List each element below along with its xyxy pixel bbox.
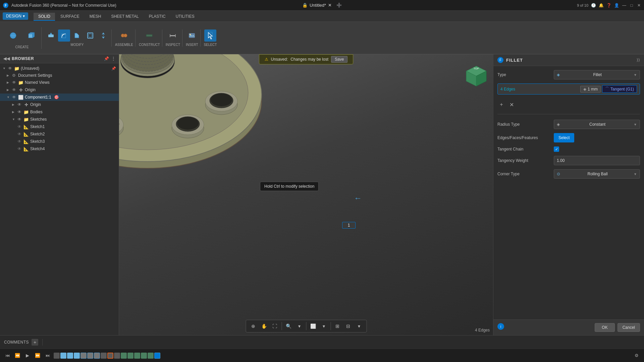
tree-item-sketch2[interactable]: 👁 📐 Sketch2 [0,130,119,138]
timeline-play-button[interactable]: ▶ [23,352,32,360]
modify-fillet[interactable] [58,29,70,42]
close-tab-icon[interactable]: ✕ [328,3,332,8]
timeline-marker-14[interactable] [141,353,147,359]
timeline-marker-13[interactable] [134,353,140,359]
inspect-measure[interactable] [167,29,179,42]
eye-icon-root[interactable]: 👁 [8,66,13,71]
tree-item-named-views[interactable]: ▶ 👁 📁 Named Views [0,79,119,86]
create-sphere-tool[interactable] [5,27,21,44]
timeline-marker-7[interactable] [94,353,100,359]
timeline-marker-9[interactable] [107,353,113,359]
assemble-label[interactable]: ASSEMBLE [115,43,133,47]
eye-icon-doc-settings[interactable]: ⚙ [12,73,17,78]
design-dropdown[interactable]: DESIGN ▾ [3,12,28,20]
save-button[interactable]: Save [331,56,347,63]
timeline-marker-5[interactable] [80,353,87,359]
help-icon[interactable]: ❓ [606,3,611,8]
timeline-marker-15[interactable] [148,353,154,359]
construct-label[interactable]: CONSTRUCT [139,43,160,47]
tree-item-origin-2[interactable]: ▶ 👁 ✛ Origin [0,101,119,108]
eye-icon-origin-top[interactable]: 👁 [12,87,17,92]
timeline-marker-3[interactable] [67,353,73,359]
modify-chamfer[interactable] [71,29,83,42]
nav-cube[interactable]: TOP [463,64,490,91]
pan-tool[interactable]: ✋ [259,321,269,331]
tab-plastic[interactable]: PLASTIC [144,13,170,21]
timeline-last-button[interactable]: ⏭ [44,352,52,360]
display-dropdown[interactable]: ▾ [319,321,328,331]
minimize-button[interactable]: — [622,3,627,8]
add-edge-button[interactable]: + [497,101,505,109]
timeline-prev-button[interactable]: ⏪ [13,352,21,360]
inspect-label[interactable]: INSPECT [166,43,180,47]
timeline-settings-button[interactable]: ⚙ [633,352,641,360]
info-button[interactable]: i [497,323,504,330]
tree-item-sketch4[interactable]: 👁 📐 Sketch4 [0,145,119,153]
view-dropdown[interactable]: ▾ [354,321,364,331]
eye-icon-sketches[interactable]: 👁 [17,117,22,122]
component-target-icon[interactable]: 🎯 [54,95,59,100]
timeline-marker-8[interactable] [101,353,107,359]
tree-item-component[interactable]: ▼ 👁 ⬜ Component1:1 🎯 [0,94,119,101]
fillet-expand-button[interactable]: ⟩⟩ [637,58,640,62]
timeline-first-button[interactable]: ⏮ [3,352,11,360]
timeline-next-button[interactable]: ⏩ [34,352,42,360]
browser-pin[interactable]: 📌 [104,56,109,61]
eye-icon-sketch4[interactable]: 👁 [17,146,22,151]
eye-icon-sketch2[interactable]: 👁 [17,132,22,136]
timeline-marker-12[interactable] [127,353,133,359]
tree-item-sketch1[interactable]: 👁 📐 Sketch1 [0,123,119,130]
insert-image[interactable] [186,29,198,42]
timeline-marker-6[interactable] [87,353,93,359]
eye-icon-component[interactable]: 👁 [12,95,17,100]
tab-solid[interactable]: SOLID [34,13,55,21]
component-pin[interactable]: 📌 [111,66,116,71]
back-nav[interactable]: ◀◀ [3,56,10,61]
select-tool[interactable] [204,29,216,42]
new-tab-icon[interactable]: ➕ [336,3,342,8]
eye-icon-sketch1[interactable]: 👁 [17,124,22,129]
create-label[interactable]: CREATE [15,45,29,49]
modify-move[interactable] [97,29,109,42]
remove-edge-button[interactable]: ✕ [507,101,516,109]
edges-row[interactable]: 4 Edges ◈ 1 mm ⌒ Tangent (G1) [497,83,640,95]
timeline-marker-16[interactable] [154,353,160,359]
clock-icon[interactable]: 🕐 [591,3,596,8]
timeline-marker-1[interactable] [54,353,60,359]
create-box-tool[interactable] [22,27,39,44]
modify-shell[interactable] [84,29,96,42]
timeline-marker-11[interactable] [121,353,127,359]
tab-sheet-metal[interactable]: SHEET METAL [106,13,143,21]
ok-button[interactable]: OK [595,323,614,332]
tree-item-sketches[interactable]: ▼ 👁 📁 Sketches [0,116,119,123]
viewport[interactable]: ⚠ Unsaved: Changes may be lost Save TOP [119,54,493,335]
tangency-weight-input[interactable]: 1.00 [554,156,640,165]
tree-item-sketch3[interactable]: 👁 📐 Sketch3 [0,138,119,145]
edges-mm-field[interactable]: ◈ 1 mm [580,86,601,93]
view-more[interactable]: ⊟ [343,321,353,331]
tab-mesh[interactable]: MESH [85,13,106,21]
insert-label[interactable]: INSERT [186,43,198,47]
mini-radius-input[interactable]: 1 [342,222,356,229]
browser-more[interactable]: ⋮ [111,56,116,61]
tree-item-doc-settings[interactable]: ▶ ⚙ Document Settings [0,72,119,79]
eye-icon-named-views[interactable]: 👁 [12,80,17,85]
type-dropdown[interactable]: ◈ Fillet ▼ [554,70,640,79]
tree-item-root[interactable]: ▼ 👁 📁 (Unsaved) 📌 [0,65,119,72]
eye-icon-sketch3[interactable]: 👁 [17,139,22,144]
tree-item-bodies[interactable]: ▶ 👁 📁 Bodies [0,108,119,116]
close-button[interactable]: ✕ [637,3,641,8]
edges-tangent-field[interactable]: ⌒ Tangent (G1) [602,85,637,93]
grid-toggle[interactable]: ⊞ [333,321,342,331]
tree-item-origin-top[interactable]: ▶ 👁 ✛ Origin [0,86,119,94]
zoom-dropdown[interactable]: ▾ [294,321,304,331]
modify-label[interactable]: MODIFY [71,43,84,47]
maximize-button[interactable]: □ [629,3,634,8]
construct-plane[interactable] [143,29,155,42]
timeline-marker-10[interactable] [114,353,120,359]
user-icon[interactable]: 👤 [614,3,619,8]
timeline-marker-4[interactable] [74,353,80,359]
tab-utilities[interactable]: UTILITIES [171,13,199,21]
assemble-joint[interactable] [118,29,130,42]
zoom-tool[interactable]: 🔍 [284,321,293,331]
